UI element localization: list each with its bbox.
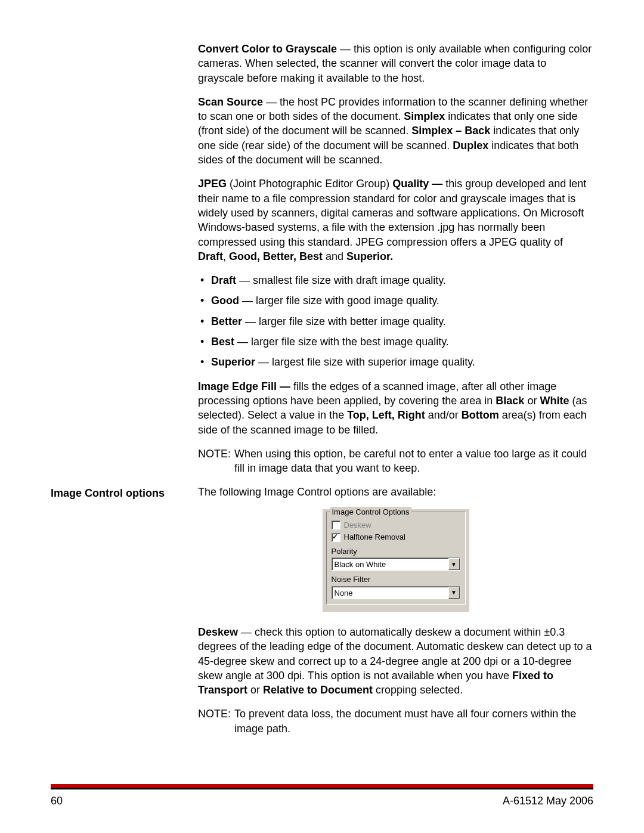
noise-filter-combobox[interactable]: None ▼ [332, 586, 460, 599]
noise-filter-label: Noise Filter [332, 574, 460, 585]
para-deskew: Deskew — check this option to automatica… [198, 625, 593, 697]
note-edge-fill: NOTE: When using this option, be careful… [198, 447, 593, 476]
polarity-value: Black on White [332, 558, 448, 570]
document-page: Convert Color to Grayscale — this option… [0, 0, 644, 833]
image-control-options-screenshot: Image Control Options Deskew Halftone Re… [198, 509, 593, 612]
deskew-checkbox[interactable] [332, 521, 340, 529]
groupbox-title: Image Control Options [330, 507, 411, 518]
section-heading-image-control: Image Control options [51, 485, 198, 500]
note-deskew: NOTE: To prevent data loss, the document… [198, 707, 593, 736]
para-ic-intro: The following Image Control options are … [198, 485, 593, 499]
deskew-checkbox-label: Deskew [344, 520, 371, 531]
list-item: Draft — smallest file size with draft im… [198, 273, 593, 287]
polarity-label: Polarity [332, 546, 460, 557]
para-convert: Convert Color to Grayscale — this option… [198, 42, 593, 85]
list-item: Best — larger file size with the best im… [198, 335, 593, 349]
footer-rule [51, 784, 593, 789]
halftone-removal-label: Halftone Removal [344, 532, 405, 543]
list-item: Superior — largest file size with superi… [198, 355, 593, 369]
page-footer: 60 A-61512 May 2006 [51, 794, 593, 808]
para-scan-source: Scan Source — the host PC provides infor… [198, 95, 593, 167]
chevron-down-icon[interactable]: ▼ [448, 587, 460, 599]
noise-filter-value: None [332, 587, 448, 599]
page-number: 60 [51, 794, 63, 808]
chevron-down-icon[interactable]: ▼ [448, 558, 460, 570]
list-item: Good — larger file size with good image … [198, 293, 593, 308]
list-item: Better — larger file size with better im… [198, 314, 593, 329]
para-edge-fill: Image Edge Fill — fills the edges of a s… [198, 379, 593, 437]
polarity-combobox[interactable]: Black on White ▼ [332, 558, 460, 571]
jpeg-quality-list: Draft — smallest file size with draft im… [198, 273, 593, 369]
doc-id: A-61512 May 2006 [503, 794, 593, 808]
halftone-removal-checkbox[interactable] [332, 533, 340, 542]
para-jpeg: JPEG (Joint Photographic Editor Group) Q… [198, 176, 593, 264]
